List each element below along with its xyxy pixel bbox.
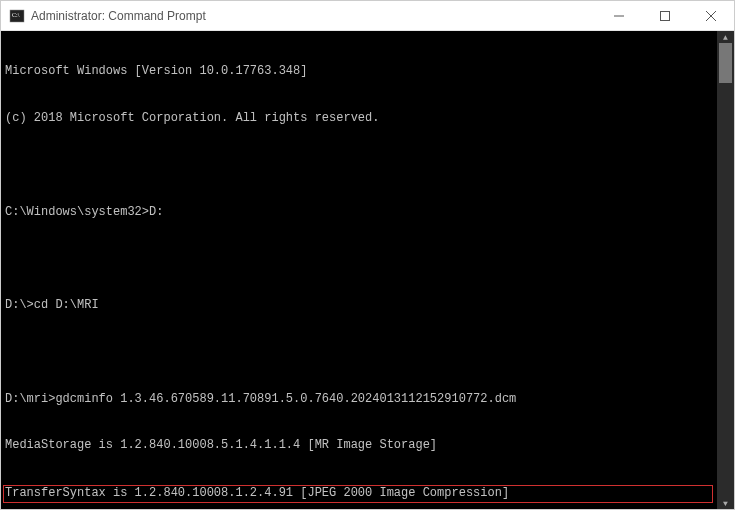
scroll-down-icon[interactable]: ▼ (717, 497, 734, 509)
svg-text:C:\: C:\ (12, 12, 20, 18)
scroll-up-icon[interactable]: ▲ (717, 31, 734, 43)
terminal-line (5, 345, 713, 361)
terminal-line (5, 158, 713, 174)
maximize-button[interactable] (642, 1, 688, 30)
terminal-line: (c) 2018 Microsoft Corporation. All righ… (5, 111, 713, 127)
window-title: Administrator: Command Prompt (31, 9, 596, 23)
scroll-thumb[interactable] (719, 43, 732, 83)
titlebar: C:\ Administrator: Command Prompt (1, 1, 734, 31)
highlighted-line: TransferSyntax is 1.2.840.10008.1.2.4.91… (3, 485, 713, 503)
svg-rect-3 (661, 11, 670, 20)
terminal-line (5, 251, 713, 267)
window-controls (596, 1, 734, 30)
terminal-line: D:\>cd D:\MRI (5, 298, 713, 314)
terminal-line: Microsoft Windows [Version 10.0.17763.34… (5, 64, 713, 80)
app-icon: C:\ (9, 8, 25, 24)
terminal-area: Microsoft Windows [Version 10.0.17763.34… (1, 31, 734, 509)
terminal-output[interactable]: Microsoft Windows [Version 10.0.17763.34… (1, 31, 717, 509)
close-button[interactable] (688, 1, 734, 30)
scrollbar[interactable]: ▲ ▼ (717, 31, 734, 509)
terminal-line: C:\Windows\system32>D: (5, 205, 713, 221)
minimize-button[interactable] (596, 1, 642, 30)
terminal-line: MediaStorage is 1.2.840.10008.5.1.4.1.1.… (5, 438, 713, 454)
terminal-line: D:\mri>gdcminfo 1.3.46.670589.11.70891.5… (5, 392, 713, 408)
